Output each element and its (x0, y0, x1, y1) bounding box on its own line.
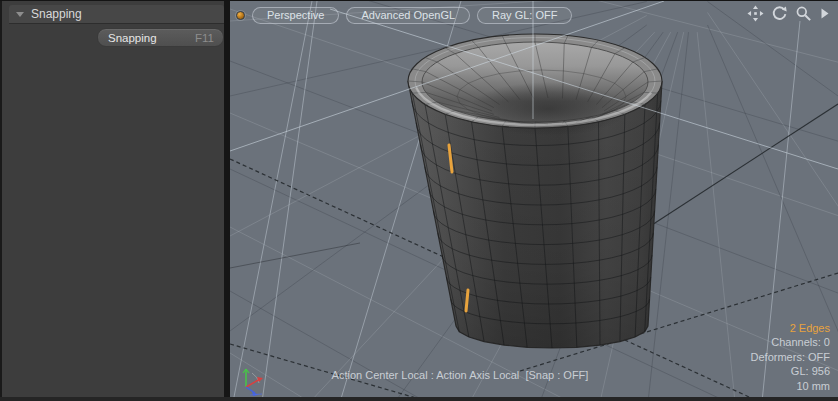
shading-mode-button[interactable]: Advanced OpenGL (346, 7, 470, 24)
zoom-icon[interactable] (795, 5, 812, 22)
snapping-panel-header[interactable]: Snapping (9, 5, 224, 23)
viewport-mode-indicator[interactable] (236, 11, 245, 20)
viewport-scene (230, 1, 838, 401)
grid-size: 10 mm (751, 379, 830, 394)
3d-viewport[interactable]: Perspective Advanced OpenGL Ray GL: OFF (224, 1, 838, 401)
app-window: { "left_panel": { "header": { "label": "… (0, 0, 838, 401)
snapping-panel: Snapping Snapping F11 (0, 1, 224, 401)
raygl-button[interactable]: Ray GL: OFF (477, 7, 572, 24)
selected-edge (466, 290, 468, 311)
snapping-toggle-label: Snapping (108, 32, 157, 44)
channels-count: Channels: 0 (751, 335, 830, 350)
axis-gizmo-icon (243, 369, 263, 396)
panel-title: Snapping (31, 7, 82, 21)
pan-icon[interactable] (747, 5, 764, 22)
deformers-status: Deformers: OFF (751, 350, 830, 365)
selection-count: 2 Edges (751, 321, 830, 336)
shading-mode-button-label: Advanced OpenGL (361, 8, 455, 23)
gl-count: GL: 956 (751, 364, 830, 379)
viewport-toolbar: Perspective Advanced OpenGL Ray GL: OFF (236, 7, 572, 24)
expand-arrow-icon[interactable] (819, 7, 830, 20)
disclosure-triangle-icon (16, 12, 24, 17)
viewport-stats: 2 Edges Channels: 0 Deformers: OFF GL: 9… (751, 321, 830, 394)
action-center-status: Action Center Local : Action Axis Local … (290, 369, 630, 381)
raygl-button-label: Ray GL: OFF (492, 8, 557, 23)
snapping-toggle-button[interactable]: Snapping F11 (97, 28, 224, 47)
snapping-shortcut: F11 (195, 32, 214, 44)
perspective-button[interactable]: Perspective (252, 7, 339, 24)
perspective-button-label: Perspective (267, 8, 324, 23)
cup-mesh[interactable] (408, 34, 662, 348)
viewport-nav-controls (747, 5, 830, 22)
orbit-icon[interactable] (771, 5, 788, 22)
bottom-border (0, 397, 838, 401)
